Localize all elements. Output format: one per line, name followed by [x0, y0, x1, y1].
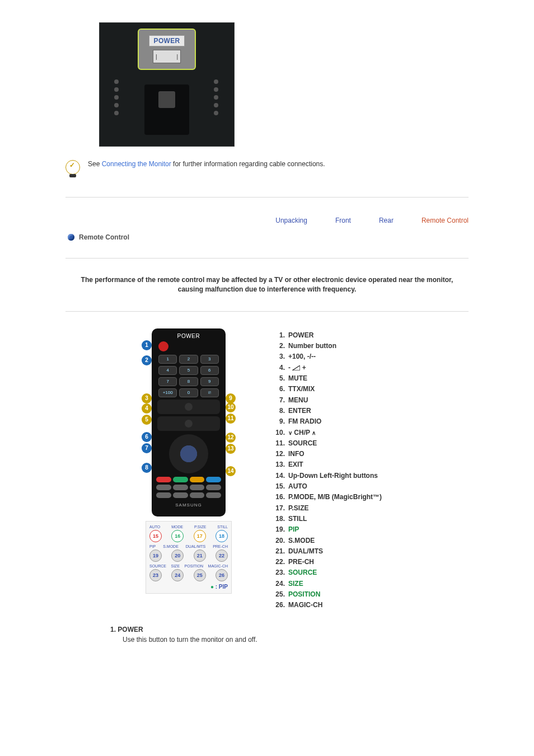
callout-8: 8	[142, 463, 152, 473]
divider	[65, 258, 469, 259]
remote-grey-row-2	[156, 492, 221, 498]
remote-diagram: POWER 123 456 789 +1000⎚ SAMSUNG AUTOMOD…	[144, 328, 233, 612]
tab-unpacking[interactable]: Unpacking	[275, 217, 307, 224]
key-item: 11.SOURCE	[273, 439, 469, 447]
callout-2: 2	[142, 355, 152, 365]
callout-13: 13	[226, 444, 236, 454]
key-item: 12.INFO	[273, 450, 469, 458]
power-inlet-icon	[144, 84, 189, 135]
key-item: 13.EXIT	[273, 461, 469, 468]
key-item: 18.STILL	[273, 515, 469, 523]
callout-3: 3	[142, 393, 152, 403]
key-item: 14.Up-Down Left-Right buttons	[273, 472, 469, 480]
callout-12: 12	[226, 433, 236, 443]
key-item: 10.∨ CH/P ∧	[273, 429, 469, 436]
key-item: 22.PRE-CH	[273, 558, 469, 566]
callout-1: 1	[142, 340, 152, 350]
detail-desc: Use this button to turn the monitor on a…	[123, 636, 424, 644]
key-item: 16.P.MODE, M/B (MagicBright™)	[273, 493, 469, 501]
bullet-icon	[68, 234, 74, 241]
detail-section: 1. POWER Use this button to turn the mon…	[110, 626, 424, 644]
callout-14: 14	[226, 466, 236, 476]
key-item: 15.AUTO	[273, 482, 469, 490]
key-item: 1.POWER	[273, 331, 469, 339]
divider	[65, 311, 469, 312]
tab-rear[interactable]: Rear	[379, 217, 394, 224]
callout-9: 9	[226, 393, 236, 403]
detail-title: POWER	[118, 626, 143, 633]
key-item: 17.P.SIZE	[273, 504, 469, 512]
connecting-monitor-link[interactable]: Connecting the Monitor	[102, 160, 171, 168]
key-item: 24.SIZE	[273, 580, 469, 588]
key-item: 23.SOURCE	[273, 569, 469, 576]
info-note: See Connecting the Monitor for further i…	[65, 160, 469, 175]
remote-power-label: POWER	[155, 333, 222, 339]
remote-numpad: 123 456 789 +1000⎚	[158, 355, 219, 397]
remote-power-button	[158, 341, 168, 351]
remote-grey-row-1	[156, 485, 221, 490]
remote-color-row-1	[156, 477, 221, 482]
callout-4: 4	[142, 403, 152, 414]
power-switch-highlight: POWER ||	[138, 29, 196, 70]
key-item: 5.MUTE	[273, 374, 469, 382]
tab-remote-control[interactable]: Remote Control	[421, 217, 469, 224]
remote-vol-ch-bar	[157, 400, 220, 414]
key-item: 9.FM RADIO	[273, 417, 469, 425]
remote-brand: SAMSUNG	[155, 503, 222, 508]
remote-key-list: 1.POWER2.Number button3.+100, -/--4.- +5…	[273, 328, 469, 612]
callout-5: 5	[142, 415, 152, 425]
power-label: POWER	[149, 35, 185, 46]
key-item: 25.POSITION	[273, 590, 469, 598]
screw-holes-left	[114, 76, 120, 119]
screw-holes-right	[214, 76, 219, 119]
key-item: 6.TTX/MIX	[273, 385, 469, 393]
divider	[65, 197, 469, 198]
callout-7: 7	[142, 443, 152, 453]
key-item: 20.S.MODE	[273, 537, 469, 544]
key-item: 21.DUAL/MTS	[273, 547, 469, 555]
info-text: See Connecting the Monitor for further i…	[88, 160, 325, 168]
callout-10: 10	[226, 402, 236, 412]
key-item: 7.MENU	[273, 396, 469, 404]
svg-marker-0	[292, 365, 300, 370]
rear-panel-photo: POWER ||	[99, 22, 235, 147]
key-item: 8.ENTER	[273, 407, 469, 415]
section-title-row: Remote Control	[68, 233, 469, 241]
tabs: Unpacking Front Rear Remote Control	[43, 214, 491, 230]
callout-6: 6	[142, 432, 152, 442]
remote-menu-bar	[157, 416, 220, 431]
section-title: Remote Control	[79, 233, 129, 241]
callout-11: 11	[226, 414, 236, 424]
pip-legend: : PIP	[149, 584, 228, 590]
key-item: 3.+100, -/--	[273, 353, 469, 360]
note-icon	[65, 160, 80, 175]
key-item: 4.- +	[273, 364, 469, 372]
power-switch-icon: ||	[153, 50, 181, 63]
remote-lower-zoom: AUTOMODEP.SIZESTILL 15161718 PIPS.MODEDU…	[146, 521, 232, 594]
key-item: 19.PIP	[273, 525, 469, 533]
remote-dpad-icon	[169, 434, 208, 473]
key-item: 26.MAGIC-CH	[273, 601, 469, 609]
key-item: 2.Number button	[273, 342, 469, 350]
warning-text: The performance of the remote control ma…	[77, 275, 457, 294]
tab-front[interactable]: Front	[335, 217, 351, 224]
